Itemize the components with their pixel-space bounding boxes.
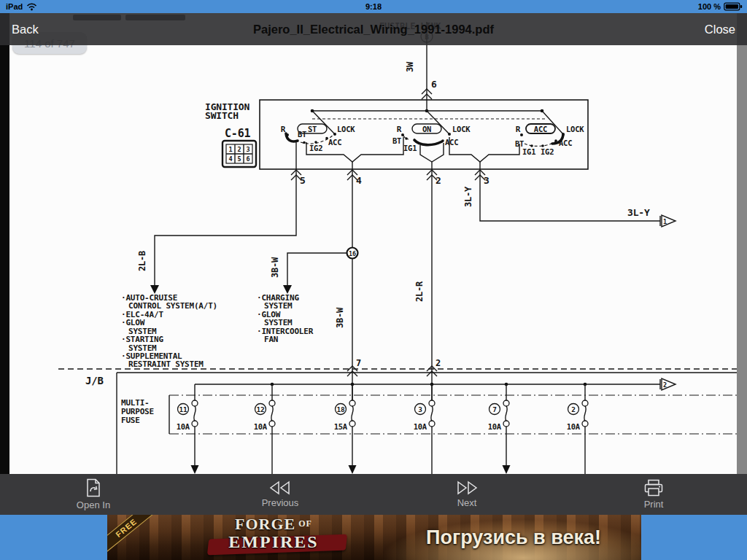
open-in-label: Open In bbox=[77, 499, 110, 510]
svg-text:RESTRAINT SYSTEM: RESTRAINT SYSTEM bbox=[128, 359, 204, 369]
pdf-viewer-screen: iPad 9:18 100 % FUSIBLE LINK bbox=[0, 0, 747, 560]
jb-pin2-label: 2 bbox=[436, 358, 441, 368]
print-button[interactable]: Print bbox=[560, 474, 747, 515]
wire-3bw-lower-label: 3B-W bbox=[335, 307, 345, 328]
svg-text:IG2: IG2 bbox=[541, 147, 554, 156]
svg-text:FUSE: FUSE bbox=[121, 416, 140, 425]
svg-text:15A: 15A bbox=[334, 422, 348, 431]
svg-text:R: R bbox=[397, 125, 402, 134]
page-paper bbox=[9, 13, 737, 474]
clock: 9:18 bbox=[0, 2, 747, 11]
svg-text:6: 6 bbox=[247, 155, 250, 163]
previous-icon bbox=[269, 481, 291, 495]
pdf-page-wiring-diagram[interactable]: FUSIBLE LINK B 3W 6 IGNITION SWITCH C-61 bbox=[0, 13, 747, 474]
wire-2lr-label: 2L-R bbox=[414, 281, 425, 302]
splice-16: 16 bbox=[349, 250, 356, 257]
svg-text:2: 2 bbox=[571, 405, 576, 413]
svg-text:7: 7 bbox=[492, 405, 497, 413]
svg-text:18: 18 bbox=[336, 405, 345, 413]
svg-text:4: 4 bbox=[356, 175, 362, 186]
forge-of-empires-logo: FORGE OF EMPIRES bbox=[201, 516, 347, 551]
svg-text:10A: 10A bbox=[254, 422, 268, 431]
svg-text:5: 5 bbox=[238, 155, 241, 163]
svg-text:12: 12 bbox=[256, 405, 264, 413]
jb-pin7-label: 7 bbox=[356, 358, 361, 368]
svg-text:ACC: ACC bbox=[328, 138, 341, 147]
next-label: Next bbox=[457, 497, 477, 508]
battery-percent: 100 % bbox=[698, 2, 721, 11]
svg-text:10A: 10A bbox=[567, 422, 581, 431]
previous-label: Previous bbox=[262, 497, 299, 508]
svg-text:2: 2 bbox=[436, 175, 441, 186]
svg-text:3: 3 bbox=[484, 175, 489, 186]
svg-text:ACC: ACC bbox=[534, 125, 547, 133]
connector-arrow-2: 2 bbox=[663, 381, 667, 389]
next-icon bbox=[456, 481, 478, 495]
nav-bar: Back Pajero_II_Electrical_Wiring_1991-19… bbox=[0, 13, 747, 45]
svg-text:10A: 10A bbox=[488, 422, 502, 431]
previous-button[interactable]: Previous bbox=[187, 474, 374, 515]
print-label: Print bbox=[644, 499, 664, 510]
page-right-margin bbox=[737, 13, 747, 474]
svg-text:ON: ON bbox=[422, 125, 431, 133]
wire-3ly-out-label: 3L-Y bbox=[627, 207, 650, 218]
page-left-margin bbox=[0, 13, 9, 474]
svg-text:R: R bbox=[516, 125, 521, 134]
svg-text:5: 5 bbox=[300, 175, 306, 186]
svg-text:10A: 10A bbox=[177, 422, 190, 431]
logo-word-empires: EMPIRES bbox=[201, 533, 347, 551]
wire-3bw-branch-label: 3B-W bbox=[270, 257, 280, 278]
document-title: Pajero_II_Electrical_Wiring_1991-1994.pd… bbox=[0, 23, 747, 36]
ad-strip: FREE FORGE OF EMPIRES Погрузись в века! bbox=[0, 515, 747, 560]
status-bar: iPad 9:18 100 % bbox=[0, 0, 747, 13]
logo-word-of: OF bbox=[298, 518, 312, 529]
ad-banner-forge-of-empires[interactable]: FREE FORGE OF EMPIRES Погрузись в века! bbox=[107, 515, 641, 560]
svg-text:11: 11 bbox=[179, 405, 187, 413]
connector-arrow-1: 1 bbox=[663, 218, 667, 225]
next-button[interactable]: Next bbox=[374, 474, 560, 515]
svg-text:IG2: IG2 bbox=[309, 144, 322, 152]
svg-text:IG1: IG1 bbox=[403, 144, 417, 152]
svg-text:LOCK: LOCK bbox=[337, 125, 355, 133]
free-ribbon-badge: FREE bbox=[107, 515, 164, 560]
svg-text:2: 2 bbox=[238, 146, 241, 153]
svg-text:3: 3 bbox=[247, 146, 250, 153]
svg-text:1: 1 bbox=[229, 146, 233, 153]
connector-c61-icon: 1 2 3 4 5 6 bbox=[222, 141, 256, 167]
svg-text:LOCK: LOCK bbox=[566, 125, 584, 133]
wire-2lb-label: 2L-B bbox=[137, 251, 147, 271]
svg-text:4: 4 bbox=[229, 155, 233, 163]
wire-3w-label: 3W bbox=[405, 61, 415, 72]
svg-text:ST: ST bbox=[308, 125, 317, 133]
ignition-title-line2: SWITCH bbox=[205, 110, 239, 121]
close-button[interactable]: Close bbox=[705, 23, 735, 36]
battery-icon bbox=[724, 2, 743, 11]
svg-text:LOCK: LOCK bbox=[452, 125, 471, 133]
connector-c61-label: C-61 bbox=[225, 127, 250, 140]
svg-text:ACC: ACC bbox=[445, 138, 458, 147]
print-icon bbox=[644, 479, 663, 497]
svg-text:BT: BT bbox=[392, 136, 401, 145]
ad-tagline: Погрузись в века! bbox=[399, 515, 628, 560]
svg-text:3: 3 bbox=[418, 405, 422, 413]
open-in-icon bbox=[85, 478, 102, 497]
svg-text:FAN: FAN bbox=[264, 335, 278, 344]
svg-text:ACC: ACC bbox=[559, 139, 572, 147]
open-in-button[interactable]: Open In bbox=[0, 474, 187, 515]
terminal-6-label: 6 bbox=[431, 79, 437, 90]
svg-text:BT: BT bbox=[298, 130, 306, 139]
logo-word-forge: FORGE bbox=[235, 515, 295, 533]
svg-text:10A: 10A bbox=[414, 422, 427, 431]
jb-label: J/B bbox=[85, 375, 104, 386]
wire-3ly-label: 3L-Y bbox=[463, 186, 473, 207]
bottom-toolbar: Open In Previous Next Print bbox=[0, 474, 747, 515]
svg-text:IG1: IG1 bbox=[522, 147, 535, 156]
